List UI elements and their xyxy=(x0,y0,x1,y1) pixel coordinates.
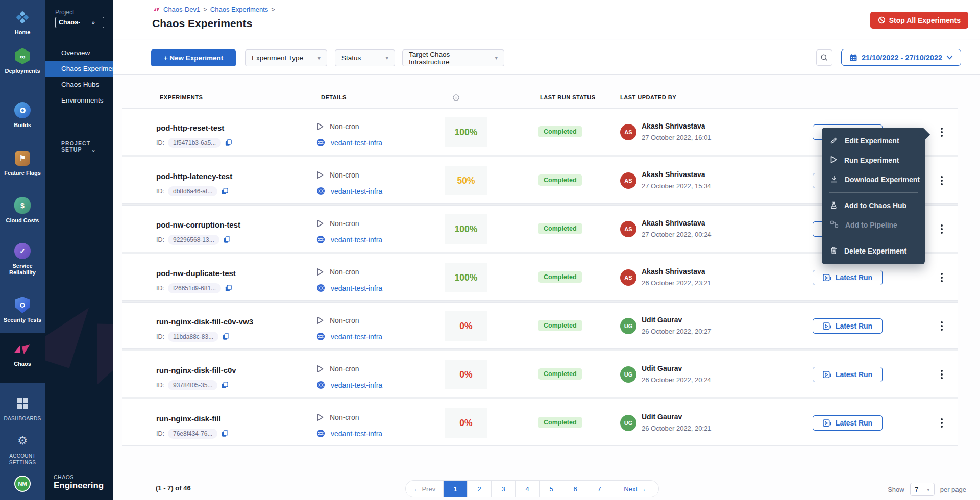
filter-target-infrastructure[interactable]: Target Chaos Infrastructure▾ xyxy=(402,49,504,66)
sidebar-item-chaos-experiments[interactable]: Chaos Experiments xyxy=(45,61,113,77)
infrastructure-link[interactable]: vedant-test-infra xyxy=(331,139,382,147)
latest-run-icon xyxy=(823,274,831,282)
latest-run-button[interactable]: Latest Run xyxy=(813,318,883,334)
date-range-picker[interactable]: 21/10/2022 - 27/10/2022 xyxy=(841,49,961,66)
experiment-name[interactable]: run-nginx-disk-fill xyxy=(156,414,221,423)
status-badge: Completed xyxy=(538,368,582,380)
row-menu-button[interactable] xyxy=(936,368,948,381)
experiment-type: Non-cron xyxy=(330,219,359,228)
latest-run-button[interactable]: Latest Run xyxy=(813,367,883,382)
row-menu-button[interactable] xyxy=(936,126,948,139)
row-menu-button[interactable] xyxy=(936,222,948,236)
module-feature-flags[interactable]: ⚑Feature Flags xyxy=(0,149,45,177)
experiment-name[interactable]: pod-http-reset-test xyxy=(156,123,224,132)
module-builds[interactable]: Builds xyxy=(0,101,45,129)
menu-item-add-to-pipeline: Add to Pipeline xyxy=(822,215,925,235)
page-button-6[interactable]: 6 xyxy=(564,481,587,497)
stop-all-experiments-button[interactable]: Stop All Experiments xyxy=(870,12,968,29)
module-home[interactable]: Home xyxy=(0,8,45,36)
menu-item-label: Add to Pipeline xyxy=(845,221,897,229)
module-cloud-costs[interactable]: $Cloud Costs xyxy=(0,196,45,224)
infrastructure-link[interactable]: vedant-test-infra xyxy=(331,284,382,292)
chevron-down-icon: ⌄ xyxy=(91,146,96,153)
prev-page-button[interactable]: ← Prev xyxy=(406,481,444,497)
copy-icon[interactable] xyxy=(223,236,231,244)
stop-icon xyxy=(878,16,886,24)
module-deployments[interactable]: ∞Deployments xyxy=(0,47,45,74)
col-experiments: EXPERIMENTS xyxy=(160,94,203,101)
copy-icon[interactable] xyxy=(221,381,229,389)
page-button-1[interactable]: 1 xyxy=(444,481,468,497)
table-row: run-nginx-disk-fill ID: 76e8f434-76... N… xyxy=(122,399,958,446)
new-experiment-button[interactable]: + New Experiment xyxy=(151,49,236,66)
row-menu-button[interactable] xyxy=(936,271,948,284)
project-selector[interactable]: Chaos-Dev1 » xyxy=(55,17,104,28)
copy-icon[interactable] xyxy=(222,333,230,341)
chevron-down-icon: ▾ xyxy=(495,55,498,61)
breadcrumb-project[interactable]: Chaos-Dev1 xyxy=(163,6,200,13)
edit-icon xyxy=(830,136,838,146)
filter-label: Experiment Type xyxy=(252,54,303,62)
breadcrumb-page[interactable]: Chaos Experiments xyxy=(210,6,268,13)
user-avatar[interactable]: NM xyxy=(0,476,45,492)
copy-icon[interactable] xyxy=(225,284,232,292)
latest-run-button[interactable]: Latest Run xyxy=(813,415,883,431)
experiment-name[interactable]: pod-nw-corruption-test xyxy=(156,220,240,229)
chaos-logo-icon xyxy=(153,6,160,13)
experiment-id: 92296568-13... xyxy=(168,235,219,245)
page-button-7[interactable]: 7 xyxy=(587,481,611,497)
experiment-id: f26651d9-681... xyxy=(168,283,221,293)
page-button-4[interactable]: 4 xyxy=(516,481,540,497)
kebab-icon xyxy=(941,373,943,376)
sidebar-item-account-settings[interactable]: ⚙ ACCOUNTSETTINGS xyxy=(0,432,45,466)
per-page-label: per page xyxy=(940,486,966,493)
row-menu-button[interactable] xyxy=(936,416,948,430)
infrastructure-link[interactable]: vedant-test-infra xyxy=(331,187,382,195)
nav-divider xyxy=(55,129,103,129)
expand-sidebar-icon[interactable]: » xyxy=(80,17,104,28)
sidebar-footer: CHAOS Engineering xyxy=(54,474,104,491)
infrastructure-link[interactable]: vedant-test-infra xyxy=(331,430,382,438)
experiment-type: Non-cron xyxy=(330,268,359,276)
menu-item-add-to-chaos-hub[interactable]: Add to Chaos Hub xyxy=(822,196,925,215)
menu-item-edit-experiment[interactable]: Edit Experiment xyxy=(822,131,925,151)
menu-item-run-experiment[interactable]: Run Experiment xyxy=(822,151,925,170)
module-security-tests[interactable]: Security Tests xyxy=(0,296,45,323)
module-service-reliability[interactable]: ✓ServiceReliability xyxy=(0,242,45,276)
copy-icon[interactable] xyxy=(221,187,229,195)
sidebar-item-environments[interactable]: Environments xyxy=(45,92,113,108)
pagination-summary: (1 - 7) of 46 xyxy=(156,484,191,492)
page-button-5[interactable]: 5 xyxy=(540,481,564,497)
experiment-name[interactable]: pod-nw-duplicate-test xyxy=(156,269,236,278)
experiment-name[interactable]: run-nginx-disk-fill-c0v-vw3 xyxy=(156,317,253,326)
avatar: AS xyxy=(620,269,636,286)
filter-status[interactable]: Status▾ xyxy=(335,49,395,66)
page-size-select[interactable]: 7▾ xyxy=(910,483,935,496)
page-button-2[interactable]: 2 xyxy=(468,481,492,497)
latest-run-button[interactable]: Latest Run xyxy=(813,270,883,285)
project-nav: OverviewChaos ExperimentsChaos HubsEnvir… xyxy=(45,45,113,108)
infrastructure-link[interactable]: vedant-test-infra xyxy=(331,236,382,244)
sidebar-item-overview[interactable]: Overview xyxy=(45,45,113,61)
project-setup-toggle[interactable]: PROJECT SETUP⌄ xyxy=(61,140,113,153)
page-button-3[interactable]: 3 xyxy=(492,481,516,497)
row-menu-button[interactable] xyxy=(936,174,948,187)
info-icon[interactable] xyxy=(453,94,459,101)
sidebar-item-chaos-hubs[interactable]: Chaos Hubs xyxy=(45,77,113,92)
experiment-name[interactable]: run-nginx-disk-fill-c0v xyxy=(156,366,236,374)
infrastructure-link[interactable]: vedant-test-infra xyxy=(331,381,382,389)
filter-experiment-type[interactable]: Experiment Type▾ xyxy=(245,49,327,66)
infrastructure-link[interactable]: vedant-test-infra xyxy=(331,333,382,341)
module-chaos[interactable]: Chaos xyxy=(0,340,45,367)
copy-icon[interactable] xyxy=(225,139,232,147)
experiment-name[interactable]: pod-http-latency-test xyxy=(156,172,232,181)
updated-by-date: 27 October 2022, 00:24 xyxy=(642,231,712,238)
copy-icon[interactable] xyxy=(221,430,229,438)
search-button[interactable] xyxy=(816,49,832,66)
search-icon xyxy=(820,54,828,62)
row-menu-button[interactable] xyxy=(936,319,948,333)
next-page-button[interactable]: Next → xyxy=(611,481,658,497)
menu-item-delete-experiment[interactable]: Delete Experiment xyxy=(822,241,925,261)
sidebar-item-dashboards[interactable]: DASHBOARDS xyxy=(0,394,45,422)
menu-item-download-experiment[interactable]: Download Experiment xyxy=(822,170,925,189)
